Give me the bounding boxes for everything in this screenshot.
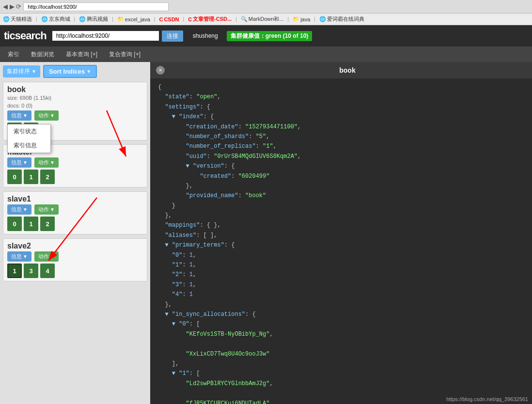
- bookmark-article[interactable]: C 文章管理-CSD...: [188, 16, 232, 23]
- index-name-slave1: slave1: [7, 195, 143, 203]
- index-item-slave2: slave2 信息 ▼ 动作 ▼ 1 3 4: [3, 238, 147, 281]
- bookmark-jd[interactable]: 🌐 京东商城: [41, 16, 70, 23]
- shard-row-slave1: 0 1 2: [7, 217, 143, 231]
- action-arrow-book: ▼: [50, 113, 55, 118]
- shard-slave1-1: 1: [24, 217, 38, 231]
- toolbar-row: 集群排序 ▼ Sort Indices ▼: [3, 65, 147, 78]
- index-docs-book: docs: 0 (0): [7, 103, 143, 109]
- index-actions-book: 信息 ▼ 动作 ▼ 索引状态 索引信息: [7, 110, 143, 121]
- action-arrow-slave2: ▼: [50, 254, 55, 259]
- modal-header: × book: [150, 62, 532, 78]
- info-arrow-book: ▼: [23, 113, 28, 118]
- index-size-book: size: 690B (1.15ki): [7, 95, 143, 101]
- modal-title: book: [169, 66, 526, 74]
- cluster-sort-arrow: ▼: [31, 69, 36, 74]
- modal-close-button[interactable]: ×: [156, 66, 165, 75]
- shard-row-slave2: 1 3 4: [7, 264, 143, 278]
- shard-slave2-1: 1: [7, 264, 22, 278]
- browser-nav: ◀ ▶ ⟳: [3, 3, 21, 10]
- modal-panel: × book { "state": "open", "settings": { …: [150, 62, 532, 404]
- shard-master-2: 2: [40, 170, 55, 184]
- info-button-book[interactable]: 信息 ▼: [7, 110, 31, 121]
- index-actions-master: 信息 ▼ 动作 ▼: [7, 157, 143, 168]
- bookmark-exceljava[interactable]: 📁 excel_java: [117, 16, 150, 22]
- action-arrow-slave1: ▼: [50, 207, 55, 212]
- shard-slave2-4: 4: [40, 264, 55, 278]
- bookmark-java[interactable]: 📁 java: [293, 16, 310, 22]
- action-arrow-master: ▼: [50, 160, 55, 165]
- tab-indices[interactable]: 索引: [3, 48, 24, 61]
- cluster-user: shusheng: [193, 32, 218, 39]
- index-actions-slave2: 信息 ▼ 动作 ▼: [7, 251, 143, 262]
- bookmark-markdown[interactable]: 🔍 MarkDown和...: [241, 16, 284, 23]
- action-button-master[interactable]: 动作 ▼: [34, 157, 59, 168]
- footer-url: https://blog.csdn.net/qq_39632561: [446, 396, 528, 402]
- app-header: ticsearch 连接 shusheng 集群健康值：green (10 of…: [0, 25, 532, 47]
- info-button-slave1[interactable]: 信息 ▼: [7, 204, 31, 215]
- info-arrow-slave2: ▼: [23, 254, 28, 259]
- action-button-slave2[interactable]: 动作 ▼: [34, 251, 59, 262]
- action-button-slave1[interactable]: 动作 ▼: [34, 204, 59, 215]
- info-button-slave2[interactable]: 信息 ▼: [7, 251, 31, 262]
- app-container: ticsearch 连接 shusheng 集群健康值：green (10 of…: [0, 25, 532, 404]
- connect-button[interactable]: 连接: [162, 31, 183, 42]
- shard-slave1-0: 0: [7, 217, 22, 231]
- modal-body: { "state": "open", "settings": { ▼ "inde…: [150, 78, 532, 404]
- index-item-slave1: slave1 信息 ▼ 动作 ▼ 0 1 2: [3, 191, 147, 234]
- dropdown-item-index-status[interactable]: 索引状态: [8, 124, 50, 139]
- info-button-master[interactable]: 信息 ▼: [7, 157, 31, 168]
- shard-slave2-3: 3: [24, 264, 38, 278]
- health-badge: 集群健康值：green (10 of 10): [227, 31, 313, 41]
- browser-url-bar: http://localhost:9200/: [23, 2, 169, 11]
- index-item-book: book size: 690B (1.15ki) docs: 0 (0) 信息 …: [3, 82, 147, 140]
- shard-row-master: 0 1 2: [7, 170, 143, 184]
- index-actions-slave1: 信息 ▼ 动作 ▼: [7, 204, 143, 215]
- index-name-slave2: slave2: [7, 242, 143, 250]
- info-arrow-slave1: ▼: [23, 207, 28, 212]
- nav-tabs: 索引 数据浏览 基本查询 [+] 复合查询 [+]: [0, 47, 532, 62]
- action-button-book[interactable]: 动作 ▼: [34, 110, 59, 121]
- shard-master-0: 0: [7, 170, 22, 184]
- shard-master-1: 1: [24, 170, 38, 184]
- tab-data-browse[interactable]: 数据浏览: [26, 48, 59, 61]
- cluster-sort-button[interactable]: 集群排序 ▼: [3, 65, 40, 78]
- tab-complex-query[interactable]: 复合查询 [+]: [104, 48, 145, 61]
- main-content: 集群排序 ▼ Sort Indices ▼ book size: 690B (1…: [0, 62, 532, 404]
- app-logo: ticsearch: [4, 30, 47, 42]
- browser-toolbar: ◀ ▶ ⟳ http://localhost:9200/: [0, 0, 532, 14]
- bookmark-qqvideo[interactable]: 🌐 腾讯视频: [79, 16, 108, 23]
- bookmark-csdn[interactable]: C CSDN: [159, 16, 179, 22]
- bookmark-iciba[interactable]: 🌐 爱词霸在线词典: [319, 16, 364, 23]
- sort-indices-arrow: ▼: [86, 69, 91, 74]
- dropdown-item-index-info[interactable]: 索引信息: [8, 139, 50, 153]
- sort-indices-button[interactable]: Sort Indices ▼: [43, 65, 97, 78]
- left-panel: 集群排序 ▼ Sort Indices ▼ book size: 690B (1…: [0, 62, 150, 404]
- bookmark-bar: 🌐 天猫精选 | 🌐 京东商城 | 🌐 腾讯视频 | 📁 excel_java …: [0, 14, 532, 25]
- shard-slave1-2: 2: [40, 217, 55, 231]
- info-arrow-master: ▼: [23, 160, 28, 165]
- url-input[interactable]: [52, 31, 159, 41]
- tab-basic-query[interactable]: 基本查询 [+]: [61, 48, 102, 61]
- index-name-book: book: [7, 85, 143, 94]
- info-dropdown-book: 索引状态 索引信息: [7, 124, 51, 153]
- url-bar: 连接: [52, 31, 183, 42]
- bookmark-tianmao[interactable]: 🌐 天猫精选: [3, 16, 32, 23]
